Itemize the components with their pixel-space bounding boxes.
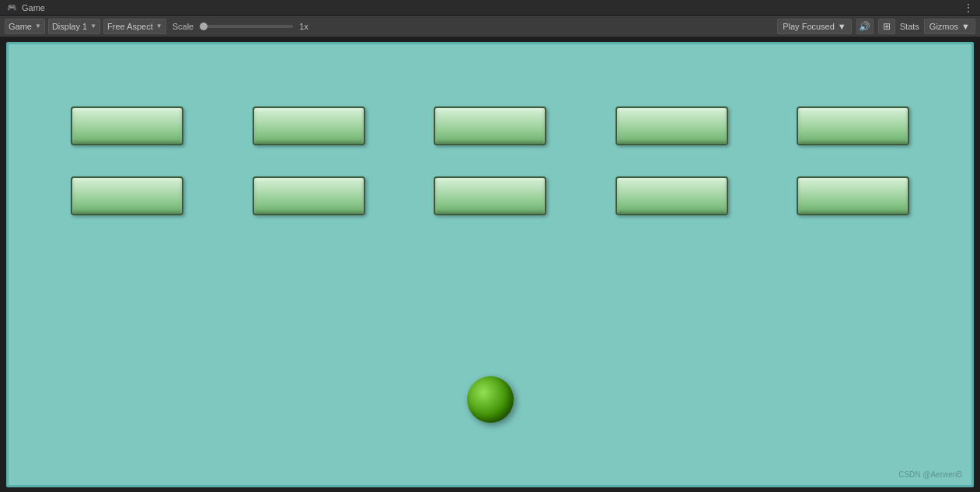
title-bar: 🎮 Game ⋮ <box>0 0 980 16</box>
grid-button[interactable]: ⊞ <box>878 19 895 34</box>
play-focused-button[interactable]: Play Focused ▼ <box>777 19 852 34</box>
scale-slider[interactable] <box>200 25 293 28</box>
title-bar-label: Game <box>22 3 45 12</box>
brick <box>797 106 909 145</box>
bricks-area <box>9 106 971 215</box>
gizmos-dropdown[interactable]: Gizmos ▼ <box>924 19 975 34</box>
aspect-dropdown-label: Free Aspect <box>107 22 153 31</box>
title-bar-menu-dots[interactable]: ⋮ <box>963 2 974 14</box>
game-viewport: CSDN @AerwenB <box>6 42 974 487</box>
audio-button[interactable]: 🔊 <box>856 19 874 34</box>
brick-row-2 <box>71 176 909 215</box>
scale-label: Scale <box>173 22 194 31</box>
brick <box>253 106 365 145</box>
brick <box>616 106 728 145</box>
display-dropdown[interactable]: Display 1 ▼ <box>48 19 100 34</box>
display-dropdown-label: Display 1 <box>52 22 87 31</box>
play-focused-arrow: ▼ <box>838 22 846 31</box>
brick <box>434 106 546 145</box>
play-focused-label: Play Focused <box>783 22 835 31</box>
game-dropdown[interactable]: Game ▼ <box>5 19 45 34</box>
aspect-dropdown-arrow: ▼ <box>156 23 162 30</box>
toolbar-right: Play Focused ▼ 🔊 ⊞ Stats Gizmos ▼ <box>777 19 975 34</box>
game-dropdown-arrow: ▼ <box>35 23 41 30</box>
toolbar: Game ▼ Display 1 ▼ Free Aspect ▼ Scale 1… <box>0 16 980 37</box>
aspect-dropdown[interactable]: Free Aspect ▼ <box>103 19 166 34</box>
brick <box>71 106 183 145</box>
grid-icon: ⊞ <box>883 21 891 32</box>
ball <box>467 376 514 423</box>
stats-button[interactable]: Stats <box>900 22 919 31</box>
brick <box>253 176 365 215</box>
brick <box>71 176 183 215</box>
display-dropdown-arrow: ▼ <box>90 23 96 30</box>
brick <box>616 176 728 215</box>
brick-row-1 <box>71 106 909 145</box>
brick <box>434 176 546 215</box>
game-icon: 🎮 <box>6 2 17 13</box>
brick <box>797 176 909 215</box>
game-dropdown-label: Game <box>9 22 32 31</box>
gizmos-arrow: ▼ <box>961 22 970 31</box>
scale-slider-thumb <box>200 23 208 30</box>
gizmos-label: Gizmos <box>929 22 958 31</box>
watermark: CSDN @AerwenB <box>898 470 962 479</box>
scale-value: 1x <box>299 22 309 31</box>
speaker-icon: 🔊 <box>859 21 870 32</box>
